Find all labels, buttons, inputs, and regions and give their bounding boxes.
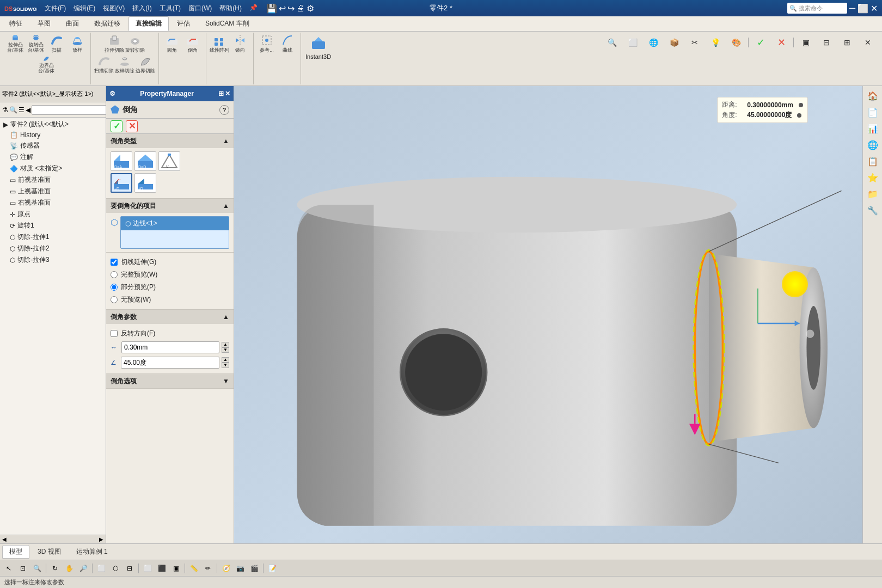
rs-home[interactable]: 🏠 (865, 88, 880, 103)
no-preview-radio[interactable] (111, 296, 118, 303)
ft-search[interactable]: 🔍 (9, 104, 17, 116)
pm-section-params-collapse[interactable]: ▲ (223, 313, 229, 321)
toolbar-appearance[interactable]: 🎨 (726, 33, 746, 52)
toolbar-quick-redo[interactable]: ↪ (287, 3, 295, 14)
pm-radio-full-preview[interactable]: 完整预览(W) (111, 268, 229, 281)
tree-item-top-plane[interactable]: ▭ 上视基准面 (1, 186, 105, 197)
toolbar-checkmark[interactable]: ✓ (751, 33, 770, 52)
bt-zoom-fit[interactable]: ⊡ (16, 562, 29, 575)
chamfer-type-dist-dist[interactable]: D×D (134, 151, 156, 171)
rs-chart[interactable]: 📊 (865, 121, 880, 136)
tool-boundary-boss[interactable]: 边界凸台/基体 (36, 54, 56, 74)
bt-view-orientation[interactable]: 🧭 (219, 562, 232, 575)
tool-curves[interactable]: 曲线 (278, 34, 297, 53)
pm-reverse-direction[interactable]: 反转方向(F) (111, 327, 229, 340)
toolbar-display-settings[interactable]: ⬜ (623, 33, 642, 52)
tab-evaluate[interactable]: 评估 (170, 16, 197, 31)
bottom-tab-3dview[interactable]: 3D 视图 (30, 545, 68, 559)
tree-item-annotations[interactable]: 💬 注解 (1, 151, 105, 163)
bt-view-section[interactable]: ⊟ (123, 562, 136, 575)
bt-display-edges[interactable]: ▣ (169, 562, 182, 575)
tree-scroll-right[interactable]: ▶ (99, 536, 103, 542)
bottom-tab-motion[interactable]: 运动算例 1 (69, 545, 115, 559)
ft-options[interactable]: ☰ (19, 104, 24, 116)
tool-chamfer[interactable]: 倒角 (183, 34, 203, 53)
pm-expand-btn[interactable]: ⊞ (218, 90, 224, 97)
window-close[interactable]: ✕ (871, 3, 878, 14)
chamfer-type-equal-dist[interactable]: =D (111, 173, 132, 193)
menu-file[interactable]: 文件(F) (41, 3, 69, 14)
tree-item-material[interactable]: 🔷 材质 <未指定> (1, 163, 105, 174)
rs-star[interactable]: ⭐ (865, 170, 880, 185)
bottom-tab-model[interactable]: 模型 (2, 545, 29, 559)
tab-solidcam[interactable]: SolidCAM 车削 (198, 16, 256, 31)
angle-input[interactable] (121, 357, 219, 369)
pm-section-options-collapse[interactable]: ▼ (223, 377, 229, 385)
search-input[interactable]: 搜索命令 (799, 4, 823, 13)
bt-render[interactable]: 🎬 (248, 562, 261, 575)
right-panel-expand[interactable]: ⊟ (817, 33, 836, 52)
tree-item-origin[interactable]: ✛ 原点 (1, 209, 105, 220)
toolbar-cancel-main[interactable]: ✕ (771, 33, 791, 52)
toolbar-quick-print[interactable]: 🖨 (296, 3, 305, 13)
toolbar-render[interactable]: 🌐 (644, 33, 663, 52)
pm-section-params-header[interactable]: 倒角参数 ▲ (106, 310, 234, 324)
menu-window[interactable]: 窗口(W) (185, 3, 215, 14)
rs-folder[interactable]: 📁 (865, 186, 880, 201)
angle-increment[interactable]: ▲ (222, 357, 229, 363)
menu-edit[interactable]: 编辑(E) (70, 3, 99, 14)
pm-radio-no-preview[interactable]: 无预览(W) (111, 293, 229, 306)
tree-item-cut-extrude3[interactable]: ⬡ 切除-拉伸3 (1, 254, 105, 266)
bt-zoom-in[interactable]: 🔍 (30, 562, 44, 575)
bt-anno[interactable]: 📝 (266, 562, 279, 575)
tab-surface[interactable]: 曲面 (59, 16, 86, 31)
rs-wrench[interactable]: 🔧 (865, 203, 880, 218)
bt-camera[interactable]: 📷 (234, 562, 247, 575)
tool-fillet[interactable]: 圆角 (162, 34, 182, 53)
tangent-extend-checkbox[interactable] (111, 259, 118, 266)
pm-section-options-header[interactable]: 倒角选项 ▼ (106, 374, 234, 388)
bt-view-front[interactable]: ⬜ (95, 562, 108, 575)
pm-cancel-button[interactable]: ✕ (126, 120, 138, 132)
window-minimize[interactable]: ─ (849, 3, 855, 13)
distance-increment[interactable]: ▲ (222, 342, 229, 347)
pm-checkbox-tangent-extend[interactable]: 切线延伸(G) (111, 256, 229, 268)
menu-help[interactable]: 帮助(H) (216, 3, 245, 14)
pm-radio-partial-preview[interactable]: 部分预览(P) (111, 281, 229, 293)
3d-viewport[interactable]: 距离: 0.30000000mm 角度: 45.00000000度 (234, 86, 862, 543)
tab-direct-edit[interactable]: 直接编辑 (128, 16, 169, 31)
pm-section-chamfer-type-header[interactable]: 倒角类型 ▲ (106, 134, 234, 148)
angle-decrement[interactable]: ▼ (222, 363, 229, 368)
bt-display-wireframe[interactable]: ⬜ (141, 562, 154, 575)
menu-tools[interactable]: 工具(T) (156, 3, 184, 14)
chamfer-type-angle-distance[interactable]: D×A (111, 151, 132, 171)
tree-item-right-plane[interactable]: ▭ 右视基准面 (1, 197, 105, 209)
tool-sweep-cut[interactable]: 扫描切除 (94, 54, 114, 74)
pm-section-items-header[interactable]: 要倒角化的项目 ▲ (106, 199, 234, 213)
bt-display-shaded[interactable]: ⬛ (155, 562, 168, 575)
tree-item-part[interactable]: ▶ 零件2 (默认<<默认> (1, 119, 105, 130)
distance-input[interactable] (121, 341, 219, 353)
tree-item-revolve1[interactable]: ⟳ 旋转1 (1, 220, 105, 231)
bt-select[interactable]: ↖ (2, 562, 15, 575)
chamfer-items-list[interactable]: ⬡ 边线<1> (120, 216, 229, 249)
chamfer-type-vertex[interactable]: V (158, 151, 180, 171)
distance-decrement[interactable]: ▼ (222, 347, 229, 353)
tab-sketch[interactable]: 草图 (30, 16, 58, 31)
pm-help-btn[interactable]: ? (219, 105, 229, 115)
pm-ok-button[interactable]: ✓ (111, 120, 122, 132)
tool-sweep[interactable]: 扫描 (47, 34, 66, 53)
partial-preview-radio[interactable] (111, 284, 118, 291)
tool-reference-geometry[interactable]: 参考... (257, 34, 277, 53)
toolbar-quick-undo[interactable]: ↩ (279, 3, 286, 14)
tree-item-front-plane[interactable]: ▭ 前视基准面 (1, 174, 105, 186)
toolbar-view-controls[interactable]: 🔍 (602, 33, 622, 52)
tree-scroll-left[interactable]: ◀ (2, 536, 7, 542)
full-preview-radio[interactable] (111, 271, 118, 278)
toolbar-section-view[interactable]: ✂ (685, 33, 705, 52)
chamfer-item-edge1[interactable]: ⬡ 边线<1> (121, 217, 229, 230)
window-panel-restore[interactable]: ⊞ (837, 33, 857, 52)
tree-item-history[interactable]: 📋 History (1, 130, 105, 140)
tab-data-migration[interactable]: 数据迁移 (87, 16, 127, 31)
bt-sketch-tools[interactable]: ✏ (201, 562, 215, 575)
